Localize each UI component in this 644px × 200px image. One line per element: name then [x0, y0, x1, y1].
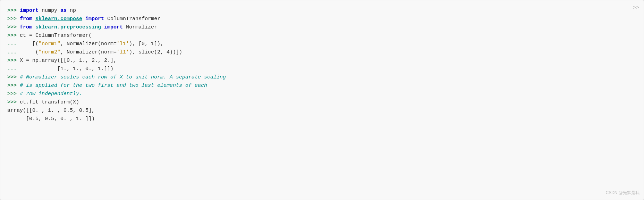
code-token: "norm1"	[39, 41, 60, 47]
code-line: ... [1., 1., 0., 1.]])	[7, 65, 637, 73]
code-token: [0.5, 0.5, 0. , 1. ]])	[26, 116, 95, 122]
code-token: ), slice(2, 4))])	[129, 49, 182, 55]
code-token: numpy	[39, 8, 60, 14]
code-line: >>> from sklearn.compose import ColumnTr…	[7, 15, 637, 23]
prompt: >>>	[7, 74, 20, 80]
prompt: >>>	[7, 16, 20, 22]
code-token: "norm2"	[39, 49, 60, 55]
watermark: CSDN @光辉是我	[605, 190, 639, 196]
code-token: as	[60, 8, 67, 14]
code-token: np	[67, 8, 76, 14]
code-token: # row independently.	[20, 91, 82, 97]
code-line: >>> ct.fit_transform(X)	[7, 98, 637, 107]
code-line: >>> X = np.array([[0., 1., 2., 2.],	[7, 57, 637, 65]
code-token: import	[20, 8, 39, 14]
code-line: >>> # is applied for the two first and t…	[7, 82, 637, 90]
code-token: import	[104, 24, 123, 30]
code-token	[32, 24, 35, 30]
code-line: >>> ct = ColumnTransformer(	[7, 32, 637, 40]
prompt: >>>	[7, 8, 20, 14]
code-token: from	[20, 24, 32, 30]
code-token	[82, 16, 85, 22]
code-token: from	[20, 16, 32, 22]
code-token: X = np.array([[0., 1., 2., 2.],	[20, 58, 117, 64]
code-token: ), [0, 1]),	[129, 41, 163, 47]
prompt: >>>	[7, 24, 20, 30]
prompt: >>>	[7, 33, 20, 39]
copy-icon[interactable]: >>	[633, 4, 639, 11]
code-token: Normalizer	[123, 24, 157, 30]
code-line: >>> import numpy as np	[7, 7, 637, 15]
code-token: # is applied for the two first and two l…	[20, 83, 207, 89]
code-token: [1., 1., 0., 1.]])	[57, 66, 113, 72]
code-token: sklearn.preprocessing	[35, 24, 101, 30]
code-token	[32, 16, 35, 22]
continuation-prompt: ...	[7, 41, 32, 47]
continuation-prompt: ...	[7, 49, 35, 55]
code-token: [(	[32, 41, 39, 47]
code-token: , Normalizer(norm=	[60, 49, 117, 55]
code-token: , Normalizer(norm=	[60, 41, 117, 47]
prompt: >>>	[7, 83, 20, 89]
code-line: [0.5, 0.5, 0. , 1. ]])	[7, 115, 637, 123]
code-block: >>> import numpy as np>>> from sklearn.c…	[7, 7, 637, 123]
output-indent	[7, 116, 26, 122]
prompt: >>>	[7, 91, 20, 97]
code-token: import	[85, 16, 104, 22]
code-token: (	[35, 49, 39, 55]
code-token: sklearn.compose	[35, 16, 82, 22]
code-token: ColumnTransformer	[104, 16, 160, 22]
code-container: >> >>> import numpy as np>>> from sklear…	[0, 0, 644, 200]
continuation-prompt: ...	[7, 66, 57, 72]
code-token	[101, 24, 104, 30]
prompt: >>>	[7, 58, 20, 64]
code-line: array([[0. , 1. , 0.5, 0.5],	[7, 107, 637, 115]
code-token: 'l1'	[117, 49, 129, 55]
code-token: ct.fit_transform(X)	[20, 99, 79, 105]
code-line: ... ("norm2", Normalizer(norm='l1'), sli…	[7, 48, 637, 57]
code-token: 'l1'	[117, 41, 129, 47]
code-token: # Normalizer scales each row of X to uni…	[20, 74, 226, 80]
code-line: >>> # Normalizer scales each row of X to…	[7, 73, 637, 82]
prompt: >>>	[7, 99, 20, 105]
code-line: >>> # row independently.	[7, 90, 637, 98]
code-line: >>> from sklearn.preprocessing import No…	[7, 23, 637, 32]
code-token: ct = ColumnTransformer(	[20, 33, 92, 39]
code-line: ... [("norm1", Normalizer(norm='l1'), [0…	[7, 40, 637, 48]
code-token: array([[0. , 1. , 0.5, 0.5],	[7, 108, 95, 114]
